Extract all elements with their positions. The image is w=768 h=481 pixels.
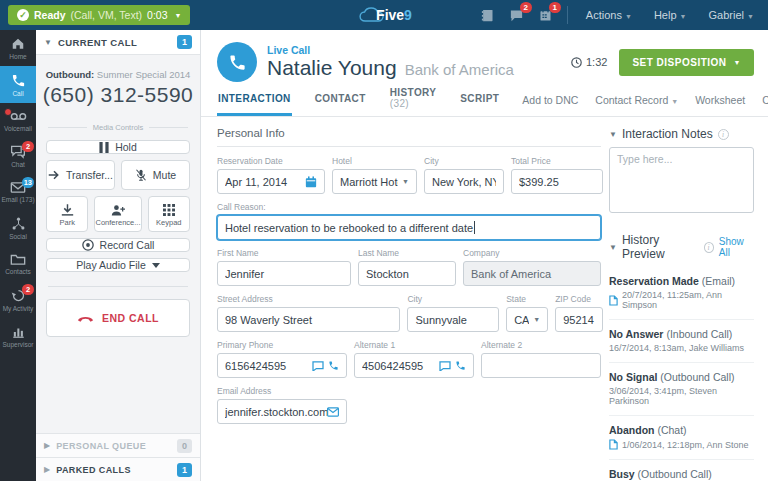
connectors-menu[interactable]: Connectors ▼ xyxy=(762,94,768,106)
user-menu[interactable]: Gabriel ▼ xyxy=(705,9,758,21)
pause-icon xyxy=(99,142,109,153)
ready-check-icon: ✓ xyxy=(17,9,29,21)
dial-phone-icon[interactable] xyxy=(455,360,466,371)
history-item[interactable]: Abandon (Chat) 1/06/2014, 12:18pm, Ann S… xyxy=(609,416,754,460)
history-item[interactable]: No Signal (Outbound Call) 3/06/2014, 3:4… xyxy=(609,363,754,416)
sms-icon[interactable] xyxy=(312,361,324,371)
first-name-field[interactable]: Jennifer xyxy=(217,261,351,286)
contacts-folder-icon xyxy=(10,253,26,266)
sidebar-item-voicemail[interactable]: Voicemail xyxy=(0,103,36,138)
contact-record-menu[interactable]: Contact Record ▼ xyxy=(595,94,678,106)
sidebar-item-supervisor[interactable]: Supervisor xyxy=(0,318,36,354)
chevron-down-icon xyxy=(152,263,160,268)
email-field[interactable]: jennifer.stockton.com xyxy=(217,399,347,424)
chevron-right-icon: ▶ xyxy=(44,441,50,450)
play-audio-file-button[interactable]: Play Audio File xyxy=(46,258,190,272)
tab-contact[interactable]: CONTACT xyxy=(314,93,367,116)
history-item[interactable]: No Answer (Inbound Call) 16/7/2014, 8:13… xyxy=(609,320,754,363)
media-controls: Hold Transfer... Mute Park xyxy=(36,138,200,274)
tab-interaction[interactable]: INTERACTION xyxy=(217,93,292,116)
sidebar-item-my-activity[interactable]: 2 My Activity xyxy=(0,281,36,318)
conference-person-icon xyxy=(111,204,125,216)
agent-status-dropdown[interactable]: ✓ Ready (Call, VM, Text) 0:03 ▼ xyxy=(8,5,190,25)
zip-field[interactable]: 95214 xyxy=(555,307,603,332)
address-book-icon[interactable] xyxy=(480,8,495,23)
status-timer: 0:03 xyxy=(147,9,167,21)
interaction-notes-input[interactable] xyxy=(609,147,754,213)
sidebar-item-contacts[interactable]: Contacts xyxy=(0,246,36,281)
city-field[interactable]: New York, NY xyxy=(424,169,504,194)
document-icon xyxy=(609,439,618,450)
parked-calls-badge: 1 xyxy=(177,463,192,477)
primary-phone-field[interactable]: 6156424595 xyxy=(217,353,347,378)
total-price-field[interactable]: $399.25 xyxy=(511,169,603,194)
conference-button[interactable]: Conference... xyxy=(94,196,141,232)
interaction-notes-header[interactable]: ▼ Interaction Notes i xyxy=(609,127,754,141)
personal-queue-section[interactable]: ▶ PERSONAL QUEUE 0 xyxy=(36,433,200,457)
call-header: Live Call Natalie Young Bank of America … xyxy=(201,30,768,90)
status-label: Ready xyxy=(34,9,66,21)
tab-bar: INTERACTION CONTACT HISTORY (32) SCRIPT … xyxy=(201,90,768,117)
sidebar-item-home[interactable]: Home xyxy=(0,30,36,66)
hotel-select[interactable]: Marriott Hotel ▼ xyxy=(332,169,417,194)
park-button[interactable]: Park xyxy=(46,196,88,232)
mute-button[interactable]: Mute xyxy=(121,160,190,190)
last-name-field[interactable]: Stockton xyxy=(358,261,456,286)
call-reason-field[interactable]: Hotel reservation to be rebooked to a di… xyxy=(217,215,601,240)
record-call-button[interactable]: Record Call xyxy=(46,238,190,252)
parked-calls-section[interactable]: ▶ PARKED CALLS 1 xyxy=(36,457,200,481)
alternate2-field-wrap: Alternate 2 xyxy=(481,340,601,378)
alternate1-field[interactable]: 4506424595 xyxy=(354,353,474,378)
record-icon xyxy=(82,239,94,251)
personal-queue-badge: 0 xyxy=(177,439,192,453)
show-all-link[interactable]: Show All xyxy=(719,236,754,258)
sidebar-item-email[interactable]: 13 Email (173) xyxy=(0,174,36,209)
history-preview-header[interactable]: ▼ History Preview i Show All xyxy=(609,233,754,261)
sidebar-item-social[interactable]: Social xyxy=(0,209,36,246)
info-icon: i xyxy=(704,242,714,253)
worksheet-link[interactable]: Worksheet xyxy=(695,94,745,106)
sidebar-item-call[interactable]: Call xyxy=(0,66,36,103)
calendar-icon[interactable] xyxy=(305,176,317,188)
task-notification-badge: 1 xyxy=(549,2,561,13)
current-call-header[interactable]: ▼ CURRENT CALL 1 xyxy=(36,30,200,55)
hold-button[interactable]: Hold xyxy=(46,140,190,154)
transfer-button[interactable]: Transfer... xyxy=(46,160,115,190)
home-icon xyxy=(10,37,26,51)
top-bar-icons: 2 1 Actions ▼ Help ▼ Gabriel ▼ xyxy=(480,6,768,24)
call-direction: Outbound: xyxy=(46,69,95,80)
add-to-dnc-link[interactable]: Add to DNC xyxy=(522,94,578,106)
street-address-field[interactable]: 98 Waverly Street xyxy=(217,307,400,332)
state-select[interactable]: CA ▼ xyxy=(506,307,548,332)
keypad-button[interactable]: Keypad xyxy=(148,196,190,232)
history-item[interactable]: Busy (Outbound Call) 28/05/2014, 10:02pm… xyxy=(609,460,754,481)
chevron-down-icon: ▼ xyxy=(175,12,182,19)
task-calendar-icon[interactable]: 1 xyxy=(538,8,553,23)
sidebar-item-chat[interactable]: 2 Chat xyxy=(0,138,36,174)
dial-phone-icon[interactable] xyxy=(328,360,339,371)
first-name-field-wrap: First Name Jennifer xyxy=(217,248,351,286)
call-timer: 1:32 xyxy=(571,56,607,68)
alternate2-field[interactable] xyxy=(481,353,601,378)
history-item[interactable]: Reservation Made (Email) 20/7/2014, 11:2… xyxy=(609,267,754,320)
reservation-date-field-wrap: Reservation Date Apr 11, 2014 xyxy=(217,156,325,194)
address-city-field[interactable]: Sunnyvale xyxy=(407,307,499,332)
history-preview: ▼ History Preview i Show All Reservation… xyxy=(609,233,754,481)
call-header-actions: 1:32 SET DISPOSITION ▼ xyxy=(571,49,754,76)
send-email-icon[interactable] xyxy=(327,407,339,417)
tab-bar-links: Add to DNC Contact Record ▼ Worksheet Co… xyxy=(522,94,768,114)
tab-history[interactable]: HISTORY (32) xyxy=(389,87,438,121)
sms-icon[interactable] xyxy=(439,361,451,371)
chevron-down-icon: ▼ xyxy=(533,316,540,323)
help-menu[interactable]: Help ▼ xyxy=(650,9,691,21)
actions-menu[interactable]: Actions ▼ xyxy=(582,9,636,21)
chevron-down-icon: ▼ xyxy=(671,98,678,105)
end-call-button[interactable]: END CALL xyxy=(46,299,190,337)
reservation-date-field[interactable]: Apr 11, 2014 xyxy=(217,169,325,194)
tab-script[interactable]: SCRIPT xyxy=(459,93,500,116)
set-disposition-button[interactable]: SET DISPOSITION ▼ xyxy=(619,49,754,76)
keypad-grid-icon xyxy=(163,204,175,216)
personal-info-form: Personal Info Reservation Date Apr 11, 2… xyxy=(201,117,603,481)
five9-app: ✓ Ready (Call, VM, Text) 0:03 ▼ Five9 2 … xyxy=(0,0,768,481)
chat-notifications-icon[interactable]: 2 xyxy=(509,8,524,23)
